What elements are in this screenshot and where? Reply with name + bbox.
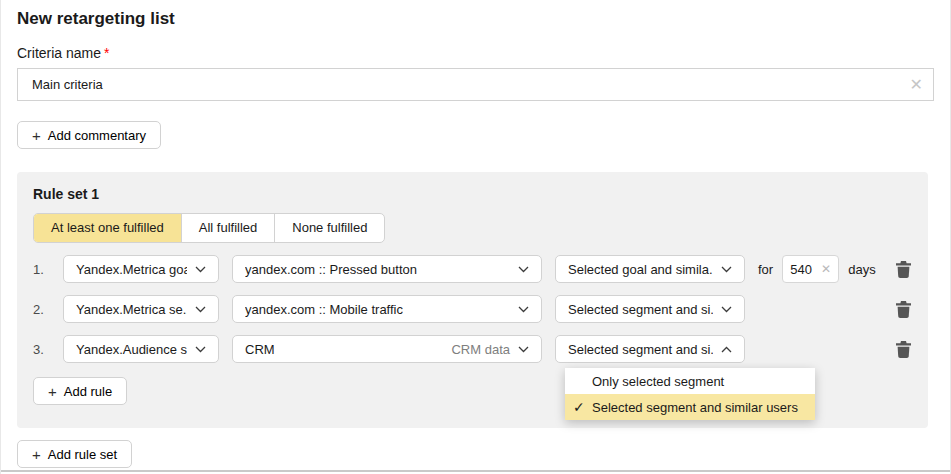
chevron-up-icon	[721, 346, 732, 353]
rule3-audience-select[interactable]: Selected segment and si...	[555, 335, 745, 363]
tab-none-fulfilled[interactable]: None fulfilled	[275, 214, 384, 242]
for-label: for	[758, 262, 773, 277]
rule-number: 2.	[33, 302, 50, 317]
page-title: New retargeting list	[17, 8, 934, 30]
trash-icon	[896, 301, 911, 318]
days-count-input[interactable]: 540 ✕	[782, 255, 839, 283]
chevron-down-icon	[721, 306, 732, 313]
days-count-value: 540	[790, 262, 812, 277]
add-rule-set-button[interactable]: + Add rule set	[17, 440, 132, 468]
check-icon: ✓	[573, 399, 592, 415]
fulfillment-tabs: At least one fulfilled All fulfilled Non…	[33, 213, 385, 243]
segment-type-label: CRM data	[451, 342, 510, 357]
rule-number: 1.	[33, 262, 50, 277]
chevron-down-icon	[195, 306, 206, 313]
rule3-segment-select[interactable]: CRM CRM data	[232, 335, 542, 363]
chevron-down-icon	[195, 346, 206, 353]
rule3-source-select[interactable]: Yandex.Audience s...	[63, 335, 219, 363]
rule-number: 3.	[33, 342, 50, 357]
plus-icon: +	[32, 128, 41, 143]
delete-rule-button[interactable]	[896, 260, 912, 278]
chevron-down-icon	[518, 346, 529, 353]
add-rule-button[interactable]: + Add rule	[33, 377, 127, 405]
menu-item-selected-segment-and-similar-users[interactable]: ✓ Selected segment and similar users	[565, 394, 815, 420]
rule2-audience-select[interactable]: Selected segment and si...	[555, 295, 745, 323]
add-rule-label: Add rule	[64, 384, 112, 399]
plus-icon: +	[32, 447, 41, 462]
chevron-down-icon	[195, 266, 206, 273]
menu-item-only-selected-segment[interactable]: Only selected segment	[565, 368, 815, 394]
required-asterisk: *	[104, 45, 109, 61]
rule-row-1: 1. Yandex.Metrica goal yandex.com :: Pre…	[33, 255, 912, 283]
trash-icon	[896, 261, 911, 278]
rule-row-3: 3. Yandex.Audience s... CRM CRM data Sel…	[33, 335, 912, 363]
criteria-name-value: Main criteria	[32, 77, 103, 92]
delete-rule-button[interactable]	[896, 300, 912, 318]
retargeting-form: New retargeting list Criteria name* Main…	[0, 0, 951, 474]
audience-dropdown-menu: Only selected segment ✓ Selected segment…	[565, 368, 815, 420]
chevron-down-icon	[721, 266, 732, 273]
clear-input-icon[interactable]: ✕	[910, 77, 923, 93]
rule2-segment-select[interactable]: yandex.com :: Mobile traffic	[232, 295, 542, 323]
tab-at-least-one-fulfilled[interactable]: At least one fulfilled	[34, 214, 182, 242]
add-commentary-button[interactable]: + Add commentary	[17, 121, 161, 149]
rule1-source-select[interactable]: Yandex.Metrica goal	[63, 255, 219, 283]
chevron-down-icon	[518, 306, 529, 313]
plus-icon: +	[48, 384, 57, 399]
days-group: for 540 ✕ days	[758, 255, 876, 283]
tab-all-fulfilled[interactable]: All fulfilled	[182, 214, 276, 242]
rule-set-panel: Rule set 1 At least one fulfilled All fu…	[17, 172, 928, 428]
rule2-source-select[interactable]: Yandex.Metrica se...	[63, 295, 219, 323]
rule3-audience-select-anchor: Selected segment and si... Only selected…	[555, 335, 745, 363]
rule1-goal-select[interactable]: yandex.com :: Pressed button	[232, 255, 542, 283]
trash-icon	[896, 341, 911, 358]
rule1-audience-select[interactable]: Selected goal and simila...	[555, 255, 745, 283]
criteria-name-label: Criteria name*	[17, 45, 934, 61]
criteria-name-input[interactable]: Main criteria ✕	[17, 68, 934, 101]
days-label: days	[848, 262, 875, 277]
rule-row-2: 2. Yandex.Metrica se... yandex.com :: Mo…	[33, 295, 912, 323]
delete-rule-button[interactable]	[896, 340, 912, 358]
clear-days-icon[interactable]: ✕	[821, 263, 831, 275]
add-rule-set-label: Add rule set	[48, 447, 117, 462]
add-commentary-label: Add commentary	[48, 128, 146, 143]
rule-set-title: Rule set 1	[33, 186, 912, 202]
chevron-down-icon	[518, 266, 529, 273]
